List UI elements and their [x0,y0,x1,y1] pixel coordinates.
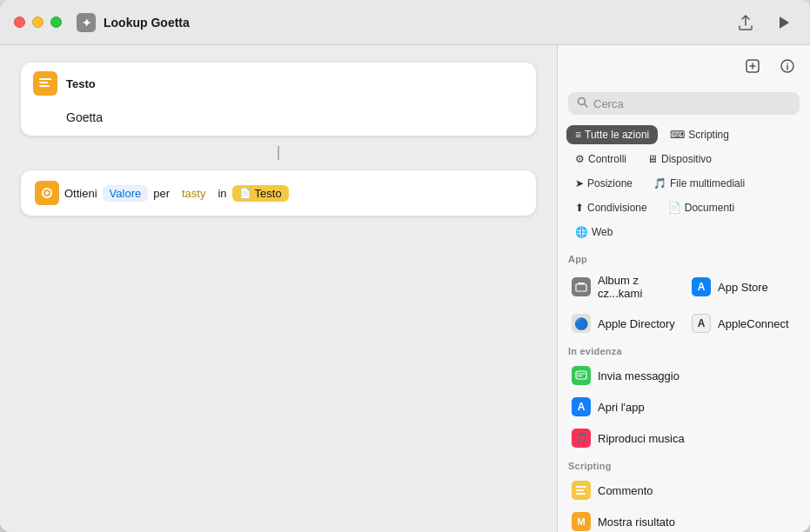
add-to-dock-button[interactable] [740,54,765,78]
value-token: Valore [103,185,149,202]
block-connector [278,146,279,160]
mostra-ris-icon: M [572,512,591,531]
svg-rect-11 [576,284,586,291]
filter-location-icon: ➤ [575,177,584,190]
action-apri-app[interactable]: A Apri l'app [565,391,803,422]
share-button[interactable] [733,10,758,35]
minimize-button[interactable] [32,17,44,28]
filter-documents[interactable]: 📄 Documenti [659,198,743,217]
filter-sharing-label: Condivisione [587,202,647,214]
evidenza-section-label: In evidenza [565,339,803,360]
svg-text:✦: ✦ [82,17,91,30]
invia-msg-label: Invia messaggio [598,369,679,382]
maximize-button[interactable] [50,17,62,28]
appstore-label: App Store [718,281,768,294]
appledir-label: Apple Directory [598,317,675,330]
riproduci-label: Riproduci musica [598,432,685,445]
search-bar[interactable]: Cerca [568,92,800,115]
sidebar-top-icons [558,45,810,83]
canvas-panel: Testo Goetta Ottieni [0,45,557,532]
traffic-lights [14,17,62,28]
filter-web[interactable]: 🌐 Web [566,223,621,242]
testo-icon: 📄 [239,188,251,199]
filter-device-icon: 🖥 [647,153,658,165]
filter-location-label: Posizione [587,177,633,190]
text-value: Goetta [66,110,103,124]
svg-rect-16 [576,493,586,495]
titlebar: ✦ Lookup Goetta [0,0,810,45]
get-action-icon [35,181,59,205]
action-invia-msg[interactable]: Invia messaggio [565,360,803,391]
filter-documents-label: Documenti [685,202,734,214]
filter-device[interactable]: 🖥 Dispositivo [639,150,720,169]
filter-row-2: ⚙ Controlli 🖥 Dispositivo [558,150,810,174]
svg-rect-14 [576,486,586,488]
filter-scripting[interactable]: ⌨ Scripting [661,125,738,144]
filter-media-icon: 🎵 [653,177,666,190]
app-item-appleconnect[interactable]: A AppleConnect [685,308,803,339]
close-button[interactable] [14,17,25,28]
filter-controls[interactable]: ⚙ Controlli [566,150,635,169]
filter-all-icon: ≡ [575,129,581,141]
filter-documents-icon: 📄 [668,202,681,214]
filter-scripting-icon: ⌨ [670,129,685,141]
filter-all[interactable]: ≡ Tutte le azioni [566,125,658,144]
sidebar-body: App Album z cz...kami A [558,247,810,532]
riproduci-icon: 🎵 [572,429,591,448]
svg-rect-3 [39,82,48,83]
play-button[interactable] [772,10,796,35]
filter-controls-icon: ⚙ [575,153,585,165]
app-item-album[interactable]: Album z cz...kami [565,268,683,306]
filter-sharing[interactable]: ⬆ Condivisione [566,198,656,217]
app-icon: ✦ [76,12,97,33]
sidebar: Cerca ≡ Tutte le azioni ⌨ Scripting ⚙ Co… [557,45,810,532]
svg-point-6 [45,191,49,195]
action-commento[interactable]: Commento [565,475,803,506]
apri-app-icon: A [572,397,591,416]
text-block-body: Goetta [21,104,536,136]
info-button[interactable] [775,54,800,78]
commento-icon [572,481,591,500]
search-icon [577,96,588,110]
appstore-icon: A [692,277,711,296]
filter-location[interactable]: ➤ Posizione [566,174,641,193]
filter-scripting-label: Scripting [688,129,729,141]
filter-all-label: Tutte le azioni [585,129,649,141]
svg-rect-13 [576,371,586,379]
svg-rect-12 [578,283,585,284]
filter-web-icon: 🌐 [575,226,588,238]
window-title: Lookup Goetta [104,16,733,30]
svg-rect-4 [39,85,50,87]
sidebar-search-container: Cerca [558,83,810,122]
text-action-icon [33,71,57,96]
apri-app-label: Apri l'app [598,401,645,414]
app-item-appstore[interactable]: A App Store [685,268,803,306]
app-section-label: App [565,247,803,268]
mostra-ris-label: Mostra risultato [598,515,675,529]
text-block-header: Testo [21,63,536,104]
action-riproduci[interactable]: 🎵 Riproduci musica [565,422,803,454]
text-block-title: Testo [66,77,96,90]
app-grid: Album z cz...kami A App Store 🔵 Apple Di… [565,268,803,339]
album-label: Album z cz...kami [598,274,676,300]
filter-web-label: Web [592,226,613,238]
text-action-block: Testo Goetta [21,63,536,136]
filter-controls-label: Controlli [588,153,626,165]
filter-row-3: ➤ Posizione 🎵 File multimediali [558,174,810,198]
appledir-icon: 🔵 [572,314,591,333]
action-mostra-ris[interactable]: M Mostra risultato [565,506,803,532]
filter-media-label: File multimediali [670,177,745,190]
search-placeholder: Cerca [593,97,624,110]
main-window: ✦ Lookup Goetta [0,0,810,532]
testo-token: 📄 Testo [232,185,289,202]
filter-row-4: ⬆ Condivisione 📄 Documenti [558,198,810,223]
per-label: per [153,187,170,200]
filter-media[interactable]: 🎵 File multimediali [645,174,753,193]
commento-label: Commento [598,484,653,497]
app-item-appledir[interactable]: 🔵 Apple Directory [565,308,683,339]
filter-sharing-icon: ⬆ [575,202,584,214]
scripting-section-label: Scripting [565,454,803,475]
appleconnect-icon: A [692,314,711,333]
get-prefix: Ottieni [64,187,97,200]
invia-msg-icon [572,366,591,385]
